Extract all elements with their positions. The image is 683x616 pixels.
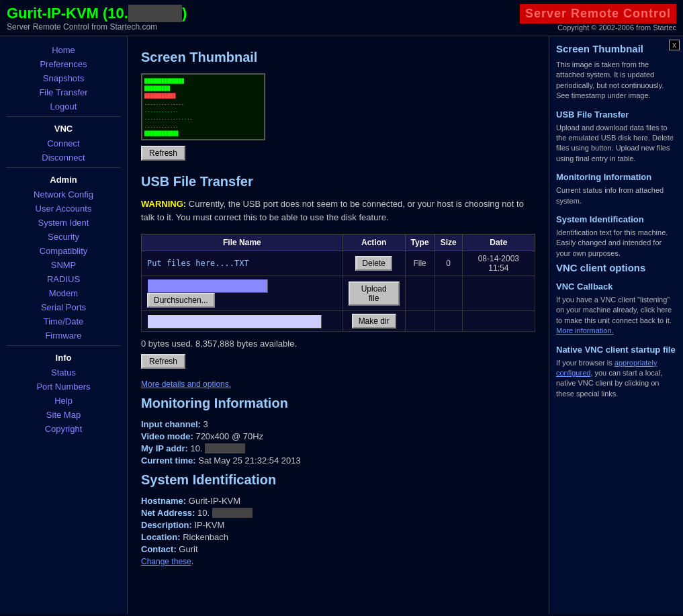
location-row: Location: Rickenbach [141,532,535,542]
hostname-label: Hostname: [141,496,186,506]
sidebar-item-network-config[interactable]: Network Config [0,187,127,202]
hostname-row: Hostname: Gurit-IP-KVM [141,496,535,506]
title-suffix: ) [182,5,187,21]
sidebar-item-firmware[interactable]: Firmware [0,328,127,343]
current-time-row: Current time: Sat May 25 21:32:54 2013 [141,455,535,466]
col-size: Size [435,234,462,251]
brand-logo: Server Remote Control [520,4,676,24]
refresh-button-2[interactable]: Refresh [141,354,185,369]
net-address-label: Net Address: [141,508,195,518]
more-info-link[interactable]: More information. [556,326,614,335]
help-monitoring-title: Monitoring Information [556,172,676,182]
cell-type: File [405,251,435,276]
sidebar-item-preferences[interactable]: Preferences [0,57,127,71]
help-sysid-title: System Identification [556,214,676,224]
help-sysid-text: Identification text for this machine. Ea… [556,228,676,259]
sidebar-item-copyright[interactable]: Copyright [0,422,127,436]
location-value: Rickenbach [183,532,228,542]
net-address-row: Net Address: 10. [141,508,535,518]
cell-date: 08-14-2003 11:54 [462,251,535,276]
browse-button[interactable]: Durchsuchen... [147,293,215,308]
sidebar-item-help[interactable]: Help [0,394,127,408]
cell-makedir-date [462,311,535,332]
video-mode-label: Video mode: [141,431,193,441]
description-label: Description: [141,520,192,530]
sidebar-item-serial-ports[interactable]: Serial Ports [0,300,127,314]
make-dir-button[interactable]: Make dir [352,314,396,328]
page-header: Gurit-IP-KVM (10. ) Server Remote Contro… [0,0,683,36]
sidebar-item-snmp[interactable]: SNMP [0,258,127,272]
refresh-button-1[interactable]: Refresh [141,146,185,161]
sidebar: Home Preferences Snapshots File Transfer… [0,36,128,614]
help-vnc-options-title: VNC client options [556,262,676,273]
current-time-value: Sat May 25 21:32:54 2013 [198,455,301,466]
sidebar-item-radius[interactable]: RADIUS [0,272,127,286]
sidebar-item-system-ident[interactable]: System Ident [0,216,127,230]
sidebar-item-port-numbers[interactable]: Port Numbers [0,380,127,394]
upload-file-button[interactable]: Upload file [349,281,400,306]
sidebar-item-modem[interactable]: Modem [0,286,127,300]
header-copyright: Copyright © 2002-2006 from Startec [520,24,676,32]
title-text: Gurit-IP-KVM (10. [7,5,128,21]
table-header-row: File Name Action Type Size Date [142,234,535,251]
warning-box: WARNING: Currently, the USB port does no… [141,197,535,224]
delete-button[interactable]: Delete [355,256,392,271]
help-usb-text: Upload and download data files to the em… [556,123,676,165]
main-layout: Home Preferences Snapshots File Transfer… [0,36,683,614]
sidebar-item-logout[interactable]: Logout [0,99,127,114]
help-screen-thumb-text: This image is taken from the attached sy… [556,60,676,101]
sidebar-item-status[interactable]: Status [0,365,127,380]
sidebar-item-connect[interactable]: Connect [0,136,127,150]
net-address-value: 10. [197,508,210,518]
col-type: Type [405,234,435,251]
system-id-title: System Identification [141,472,535,488]
copyright-text: Copyright © 2002-2006 from Startec [557,24,676,32]
warning-bold: WARNING: [141,199,186,209]
col-date: Date [462,234,535,251]
sidebar-info-section: Info [0,349,127,365]
system-id-section: System Identification Hostname: Gurit-IP… [141,472,535,566]
contact-row: Contact: Gurit [141,544,535,554]
cell-upload-action: Upload file [343,276,405,311]
sidebar-item-security[interactable]: Security [0,230,127,244]
sidebar-item-disconnect[interactable]: Disconnect [0,150,127,165]
warning-text: Currently, the USB port does not seem to… [141,199,524,222]
sidebar-item-site-map[interactable]: Site Map [0,408,127,422]
monitoring-title: Monitoring Information [141,396,535,411]
terminal-preview: ██████████████ █████████ ███████████ ...… [142,75,264,139]
warning-paragraph: WARNING: Currently, the USB port does no… [141,197,535,224]
contact-label: Contact: [141,544,177,554]
header-subtitle: Server Remote Control from Startech.com [7,22,187,32]
header-right: Server Remote Control Copyright © 2002-2… [520,4,676,32]
more-details-link[interactable]: More details and options. [141,380,231,389]
input-channel-value: 3 [203,419,208,429]
file-browse-input[interactable] [147,279,268,293]
cell-filename: Put files here....TXT [142,251,343,276]
table-row: Put files here....TXT Delete File 0 08-1… [142,251,535,276]
help-native-vnc-title: Native VNC client startup file [556,345,676,355]
sidebar-item-file-transfer[interactable]: File Transfer [0,85,127,99]
col-action: Action [343,234,405,251]
change-these-link[interactable]: Change these [141,557,191,566]
sidebar-item-compatibility[interactable]: Compatiblity [0,244,127,258]
video-mode-row: Video mode: 720x400 @ 70Hz [141,431,535,441]
brand-word2: Remote Control [571,7,671,20]
cell-file-browse[interactable]: Durchsuchen... [142,276,343,311]
cell-upload-date [462,276,535,311]
table-row-makedir: Make dir [142,311,535,332]
disk-info: 0 bytes used. 8,357,888 bytes available. [141,339,535,349]
cell-dir-input[interactable] [142,311,343,332]
cell-size: 0 [435,251,462,276]
filename-link[interactable]: Put files here....TXT [147,259,249,268]
sidebar-item-time-date[interactable]: Time/Date [0,314,127,328]
sidebar-item-user-accounts[interactable]: User Accounts [0,202,127,216]
sidebar-item-home[interactable]: Home [0,43,127,57]
help-panel-close[interactable]: x [669,40,680,50]
sidebar-admin-section: Admin [0,171,127,187]
description-row: Description: IP-KVM [141,520,535,530]
current-time-label: Current time: [141,455,196,466]
brand-word1: Server [525,7,567,20]
dir-name-input[interactable] [147,314,322,328]
sidebar-item-snapshots[interactable]: Snapshots [0,71,127,85]
cell-makedir-size [435,311,462,332]
